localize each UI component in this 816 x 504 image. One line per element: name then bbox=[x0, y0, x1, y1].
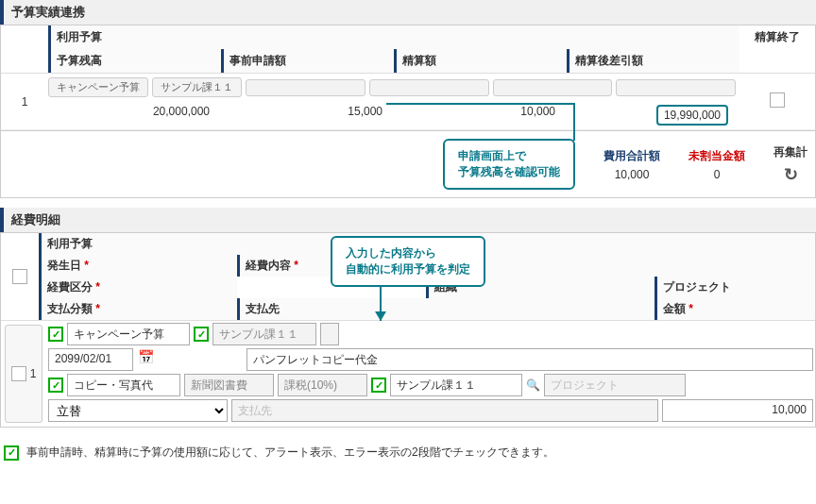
settle-end-checkbox[interactable] bbox=[770, 92, 785, 108]
h-project: プロジェクト bbox=[654, 277, 815, 298]
select-all-checkbox[interactable] bbox=[12, 269, 27, 284]
budget-name-field[interactable]: キャンペーン予算 bbox=[67, 323, 190, 345]
check-icon bbox=[48, 327, 63, 342]
recalc: 再集計 ↻ bbox=[774, 144, 808, 185]
empty-pill bbox=[246, 79, 366, 96]
h-payee: 支払先 bbox=[237, 298, 654, 320]
summary-row: 申請画面上で 予算残高を確認可能 費用合計額 10,000 未割当金額 0 再集… bbox=[0, 131, 816, 198]
h-category: 経費区分 bbox=[39, 277, 237, 298]
content-input[interactable]: パンフレットコピー代金 bbox=[246, 348, 813, 371]
dept-field: サンプル課１１ bbox=[212, 323, 316, 345]
amount-input[interactable]: 10,000 bbox=[662, 399, 813, 422]
category-field[interactable]: コピー・写真代 bbox=[67, 374, 180, 396]
empty-field bbox=[320, 323, 339, 345]
col-settlement: 精算額 bbox=[394, 49, 567, 73]
detail-section-title: 経費明細 bbox=[0, 208, 816, 232]
budget-section-title: 予算実績連携 bbox=[0, 0, 816, 25]
footer-note: 事前申請時、精算時に予算の使用額に応じて、アラート表示、エラー表示の2段階でチェ… bbox=[0, 437, 816, 468]
col-settle-end: 精算終了 bbox=[740, 25, 815, 73]
col-usage: 利用予算 bbox=[48, 25, 740, 49]
check-icon bbox=[4, 445, 19, 461]
pre-request-value: 15,000 bbox=[221, 105, 394, 126]
check-icon bbox=[371, 378, 386, 393]
detail-row-number[interactable]: 1 bbox=[5, 325, 42, 423]
h-date: 発生日 bbox=[39, 255, 237, 277]
budget-table: 利用予算 予算残高 事前申請額 精算額 精算後差引額 精算終了 1 キャンペーン… bbox=[0, 25, 816, 131]
check-icon bbox=[48, 378, 63, 393]
settlement-value: 10,000 bbox=[394, 105, 567, 126]
check-icon bbox=[194, 327, 209, 342]
total-cost: 費用合計額 10,000 bbox=[604, 148, 660, 181]
col-balance: 予算残高 bbox=[48, 49, 221, 73]
empty-pill bbox=[493, 79, 613, 96]
after-diff-cell: 19,990,000 bbox=[567, 105, 740, 126]
pay-class-select[interactable]: 立替 bbox=[48, 399, 228, 422]
callout-balance-confirm: 申請画面上で 予算残高を確認可能 bbox=[443, 139, 575, 190]
callout-auto-budget: 入力した内容から 自動的に利用予算を判定 bbox=[331, 236, 485, 287]
dept-pill: サンプル課１１ bbox=[152, 77, 242, 97]
empty-pill bbox=[369, 79, 489, 96]
after-diff-highlight: 19,990,000 bbox=[656, 105, 728, 126]
unallocated: 未割当金額 0 bbox=[688, 148, 745, 181]
col-after-diff: 精算後差引額 bbox=[567, 49, 740, 73]
budget-link-section: 予算実績連携 利用予算 予算残高 事前申請額 精算額 精算後差引額 精算終了 1 bbox=[0, 0, 816, 198]
payee-input[interactable]: 支払先 bbox=[231, 399, 658, 422]
row-number: 1 bbox=[1, 92, 48, 112]
h-pay-class: 支払分類 bbox=[39, 298, 237, 320]
budget-name-pill: キャンペーン予算 bbox=[48, 77, 148, 97]
expense-detail-section: 経費明細 入力した内容から 自動的に利用予算を判定 利用予算 発生日 経費内容 … bbox=[0, 208, 816, 428]
h-amount: 金額 bbox=[654, 298, 815, 320]
row-checkbox[interactable] bbox=[11, 366, 26, 381]
recalc-icon[interactable]: ↻ bbox=[784, 165, 798, 184]
balance-value: 20,000,000 bbox=[48, 105, 221, 126]
date-input[interactable]: 2099/02/01 bbox=[48, 348, 133, 371]
org-field[interactable]: サンプル課１１ bbox=[390, 374, 522, 396]
subcat-field: 新聞図書費 bbox=[184, 374, 274, 396]
h-content: 経費内容 bbox=[237, 255, 815, 277]
calendar-icon[interactable] bbox=[137, 351, 154, 368]
col-pre-request: 事前申請額 bbox=[221, 49, 394, 73]
project-field[interactable]: プロジェクト bbox=[544, 374, 686, 396]
tax-field: 課税(10%) bbox=[278, 374, 367, 396]
empty-pill bbox=[616, 79, 736, 96]
search-icon[interactable] bbox=[526, 378, 540, 392]
